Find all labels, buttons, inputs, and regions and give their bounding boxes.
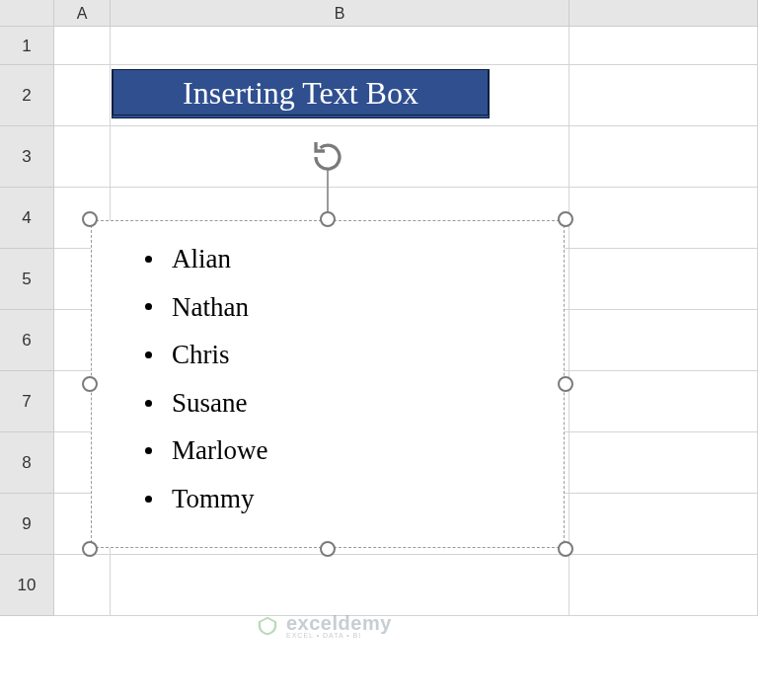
- bullet-icon: [145, 447, 152, 454]
- list-item-label: Chris: [172, 331, 230, 379]
- grid-row: [54, 555, 758, 616]
- cell[interactable]: [54, 555, 111, 615]
- grid-row: [54, 126, 758, 188]
- row-header-9[interactable]: 9: [0, 494, 54, 555]
- text-box-border[interactable]: Alian Nathan Chris Susane Marlowe Tommy: [91, 220, 565, 548]
- list-item: Nathan: [125, 283, 267, 332]
- cell[interactable]: [54, 65, 111, 125]
- rotation-handle-icon[interactable]: [310, 139, 345, 175]
- list-item: Chris: [125, 331, 267, 379]
- resize-handle-br[interactable]: [558, 541, 573, 557]
- watermark-text-block: exceldemy EXCEL • DATA • BI: [286, 612, 392, 639]
- resize-handle-tl[interactable]: [82, 211, 98, 227]
- row-header-4[interactable]: 4: [0, 188, 54, 249]
- cell[interactable]: [569, 432, 758, 493]
- cell[interactable]: [569, 65, 758, 125]
- bullet-icon: [145, 303, 152, 310]
- resize-handle-tr[interactable]: [558, 211, 573, 227]
- cell[interactable]: [569, 126, 758, 187]
- col-header-a[interactable]: A: [54, 0, 111, 27]
- resize-handle-mr[interactable]: [558, 376, 573, 392]
- cell[interactable]: [54, 27, 111, 64]
- page-title: Inserting Text Box: [112, 69, 490, 118]
- watermark: exceldemy EXCEL • DATA • BI: [257, 612, 392, 639]
- cell[interactable]: [569, 188, 758, 248]
- col-header-c[interactable]: [569, 0, 758, 27]
- select-all-corner[interactable]: [0, 0, 54, 27]
- resize-handle-tm[interactable]: [320, 211, 336, 227]
- cell[interactable]: [569, 249, 758, 309]
- list-item: Alian: [125, 235, 267, 283]
- bullet-icon: [145, 351, 152, 358]
- bullet-icon: [145, 256, 152, 263]
- list-item-label: Susane: [172, 379, 248, 428]
- column-headers: A B: [0, 0, 758, 27]
- logo-icon: [257, 615, 278, 637]
- row-header-5[interactable]: 5: [0, 249, 54, 310]
- list-item-label: Marlowe: [172, 427, 267, 475]
- row-header-1[interactable]: 1: [0, 27, 54, 65]
- list-item-label: Alian: [172, 235, 231, 283]
- list-item: Marlowe: [125, 427, 267, 475]
- cell[interactable]: [111, 555, 569, 615]
- row-header-8[interactable]: 8: [0, 432, 54, 494]
- cell[interactable]: [569, 310, 758, 370]
- bullet-icon: [145, 496, 152, 503]
- row-header-7[interactable]: 7: [0, 371, 54, 432]
- resize-handle-ml[interactable]: [82, 376, 98, 392]
- cell[interactable]: [569, 494, 758, 554]
- cell[interactable]: [54, 126, 111, 187]
- text-box-shape[interactable]: Alian Nathan Chris Susane Marlowe Tommy: [91, 220, 565, 548]
- grid-row: [54, 27, 758, 65]
- list-item: Susane: [125, 379, 267, 428]
- cell[interactable]: [111, 27, 569, 64]
- rotation-connector: [327, 169, 329, 212]
- resize-handle-bm[interactable]: [320, 541, 336, 557]
- resize-handle-bl[interactable]: [82, 541, 98, 557]
- cell[interactable]: [569, 27, 758, 64]
- col-header-b[interactable]: B: [111, 0, 569, 27]
- cell[interactable]: [569, 555, 758, 615]
- row-headers: 1 2 3 4 5 6 7 8 9 10: [0, 27, 54, 616]
- row-header-6[interactable]: 6: [0, 310, 54, 371]
- row-header-2[interactable]: 2: [0, 65, 54, 126]
- row-header-3[interactable]: 3: [0, 126, 54, 188]
- worksheet-area: A B 1 2 3 4 5 6 7 8 9 10 Inserting Text …: [0, 0, 758, 700]
- list-item-label: Nathan: [172, 283, 249, 332]
- list-item: Tommy: [125, 475, 267, 523]
- bullet-icon: [145, 400, 152, 407]
- list-item-label: Tommy: [172, 475, 255, 523]
- text-box-content[interactable]: Alian Nathan Chris Susane Marlowe Tommy: [125, 235, 267, 523]
- row-header-10[interactable]: 10: [0, 555, 54, 616]
- cell[interactable]: [569, 371, 758, 431]
